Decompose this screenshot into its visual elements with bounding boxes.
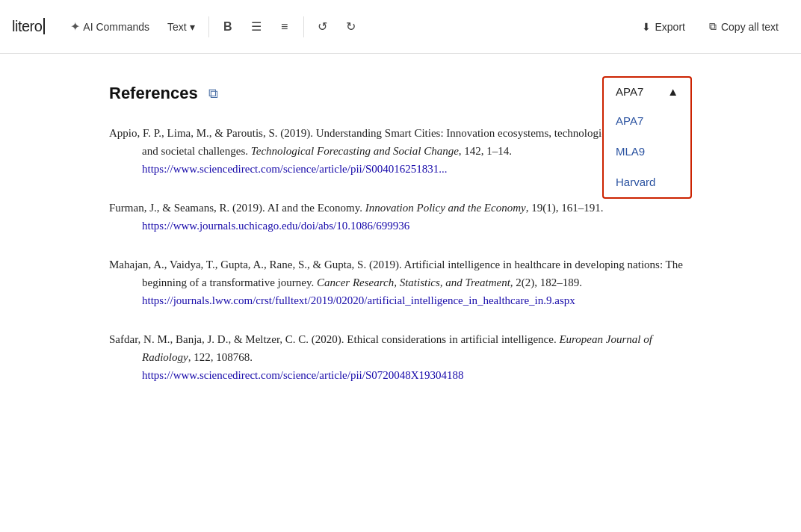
list-button[interactable]: ≡ (272, 14, 297, 40)
ai-commands-button[interactable]: ✦ AI Commands (63, 15, 157, 38)
ai-sparkle-icon: ✦ (70, 19, 80, 34)
toolbar-right: ⬇ Export ⧉ Copy all text (633, 16, 789, 37)
reference-entry-4: Safdar, N. M., Banja, J. D., & Meltzer, … (109, 330, 692, 384)
align-button[interactable]: ☰ (244, 14, 269, 40)
export-button[interactable]: ⬇ Export (633, 16, 693, 37)
undo-icon: ↺ (318, 19, 327, 34)
toolbar: litero ✦ AI Commands Text ▾ B ☰ ≡ ↺ ↻ ⬇ … (0, 0, 801, 54)
citation-dropdown-wrapper: APA7 ▲ APA7 MLA9 Harvard (602, 76, 692, 105)
citation-option-harvard[interactable]: Harvard (604, 167, 690, 197)
list-icon: ≡ (281, 20, 288, 34)
copy-all-text-button[interactable]: ⧉ Copy all text (699, 16, 789, 37)
undo-button[interactable]: ↺ (310, 14, 335, 40)
toolbar-divider-1 (208, 16, 209, 37)
ref2-url[interactable]: https://www.journals.uchicago.edu/doi/ab… (142, 220, 409, 232)
ref4-url[interactable]: https://www.sciencedirect.com/science/ar… (142, 369, 464, 381)
references-header: References ⧉ APA7 ▲ APA7 MLA9 Harvard (109, 84, 692, 103)
citation-option-apa7[interactable]: APA7 (604, 105, 690, 136)
chevron-up-icon: ▲ (667, 85, 678, 98)
bold-button[interactable]: B (215, 14, 241, 40)
main-content: References ⧉ APA7 ▲ APA7 MLA9 Harvard Ap… (64, 54, 737, 435)
citation-option-mla9[interactable]: MLA9 (604, 136, 690, 167)
citation-style-dropdown-button[interactable]: APA7 ▲ (602, 76, 692, 105)
references-title: References (109, 84, 198, 103)
ref1-url[interactable]: https://www.sciencedirect.com/science/ar… (142, 163, 448, 175)
ref3-url[interactable]: https://journals.lww.com/crst/fulltext/2… (142, 294, 575, 306)
ref1-italic: Technological Forecasting and Social Cha… (251, 145, 459, 157)
ref4-text-before: Safdar, N. M., Banja, J. D., & Meltzer, … (109, 333, 559, 345)
copy-icon: ⧉ (709, 20, 717, 33)
reference-entry-2: Furman, J., & Seamans, R. (2019). AI and… (109, 199, 692, 235)
ref3-text-after: , 2(2), 182–189. (510, 276, 582, 288)
copy-references-button[interactable]: ⧉ (207, 84, 220, 103)
align-icon: ☰ (251, 19, 262, 34)
toolbar-divider-2 (303, 16, 304, 37)
ref2-italic: Innovation Policy and the Economy (365, 202, 526, 214)
citation-options-list: APA7 MLA9 Harvard (602, 105, 692, 199)
download-icon: ⬇ (642, 21, 651, 33)
ref2-text-before: Furman, J., & Seamans, R. (2019). AI and… (109, 202, 365, 214)
redo-button[interactable]: ↻ (338, 14, 364, 40)
redo-icon: ↻ (346, 19, 356, 34)
logo: litero (12, 18, 45, 35)
chevron-down-icon: ▾ (190, 21, 195, 33)
ref2-text-after: , 19(1), 161–191. (526, 202, 604, 214)
text-format-dropdown[interactable]: Text ▾ (160, 16, 202, 37)
ref3-italic: Cancer Research, Statistics, and Treatme… (317, 276, 510, 288)
copy-references-icon: ⧉ (208, 86, 218, 102)
ref1-text-after: , 142, 1–14. (459, 145, 512, 157)
ref4-text-after: , 122, 108768. (188, 351, 253, 363)
reference-entry-3: Mahajan, A., Vaidya, T., Gupta, A., Rane… (109, 256, 692, 309)
